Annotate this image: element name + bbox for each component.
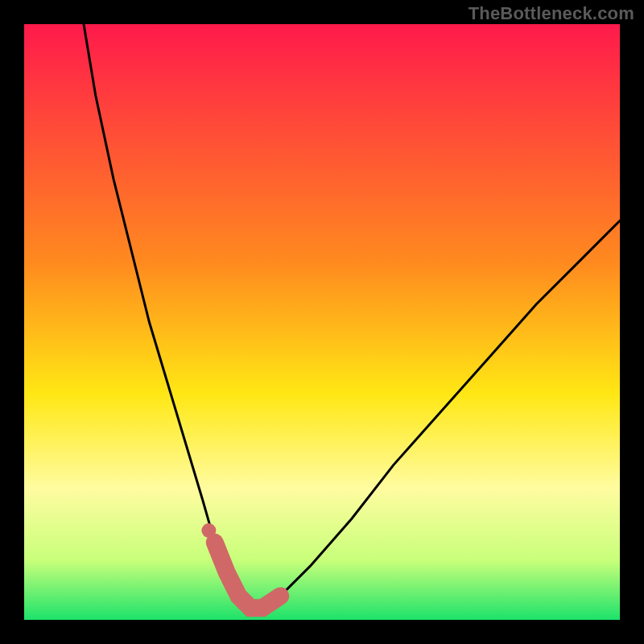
gradient-background [24, 24, 620, 620]
bottleneck-curve-chart [24, 24, 620, 620]
watermark-text: TheBottleneck.com [469, 3, 634, 24]
sweet-spot-dot [201, 523, 216, 538]
chart-frame: TheBottleneck.com [0, 0, 644, 644]
